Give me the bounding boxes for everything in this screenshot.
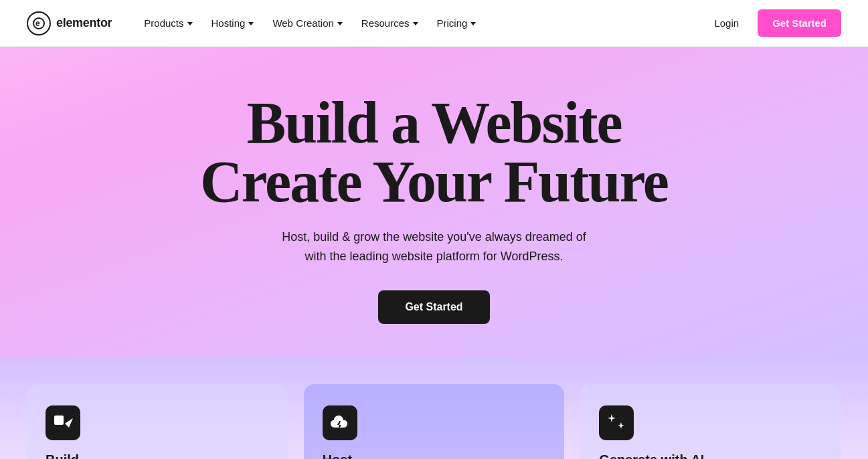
- chevron-down-icon: [413, 22, 418, 25]
- nav-right: Login Get Started: [703, 9, 841, 37]
- cards-section: Build Bring your vision to life with the…: [0, 357, 868, 459]
- nav-resources-label: Resources: [361, 17, 410, 29]
- nav-products-label: Products: [144, 17, 183, 29]
- svg-rect-2: [54, 416, 64, 425]
- chevron-down-icon: [248, 22, 254, 25]
- chevron-down-icon: [337, 22, 343, 25]
- hero-section: Build a Website Create Your Future Host,…: [0, 47, 868, 357]
- nav-webcreation-label: Web Creation: [272, 17, 333, 29]
- chevron-down-icon: [470, 22, 476, 25]
- nav-item-resources[interactable]: Resources: [353, 12, 426, 34]
- logo-link[interactable]: e elementor: [27, 11, 112, 35]
- hero-subtitle-line1: Host, build & grow the website you've al…: [282, 230, 586, 244]
- navigation: e elementor Products Hosting Web Creatio…: [0, 0, 868, 47]
- ai-card-title: Generate with AI: [599, 452, 822, 459]
- hero-title-line1: Build a Website: [246, 90, 621, 155]
- nav-get-started-button[interactable]: Get Started: [758, 9, 841, 37]
- hero-subtitle: Host, build & grow the website you've al…: [282, 227, 586, 266]
- nav-hosting-label: Hosting: [211, 17, 246, 29]
- build-card[interactable]: Build Bring your vision to life with the…: [27, 384, 288, 459]
- build-card-title: Build: [46, 452, 269, 459]
- ai-card[interactable]: Generate with AI Supercharge your sites …: [580, 384, 841, 459]
- hero-get-started-button[interactable]: Get Started: [378, 290, 489, 324]
- host-card[interactable]: Host Grow with lightning-fast, scalable …: [304, 384, 565, 459]
- host-card-title: Host: [323, 452, 546, 459]
- nav-item-hosting[interactable]: Hosting: [203, 12, 262, 34]
- nav-item-products[interactable]: Products: [136, 12, 200, 34]
- build-icon: [46, 405, 80, 440]
- hero-subtitle-line2: with the leading website platform for Wo…: [305, 250, 563, 263]
- hero-title-line2: Create Your Future: [200, 149, 668, 214]
- host-icon: [323, 405, 357, 440]
- login-button[interactable]: Login: [703, 12, 750, 34]
- logo-text: elementor: [56, 16, 112, 30]
- nav-item-pricing[interactable]: Pricing: [429, 12, 485, 34]
- nav-pricing-label: Pricing: [437, 17, 468, 29]
- svg-marker-3: [65, 418, 73, 428]
- nav-item-web-creation[interactable]: Web Creation: [264, 12, 350, 34]
- cards-container: Build Bring your vision to life with the…: [27, 384, 841, 459]
- logo-icon: e: [27, 11, 51, 35]
- ai-icon: [599, 405, 634, 440]
- svg-text:e: e: [35, 19, 40, 28]
- nav-links: Products Hosting Web Creation Resources …: [136, 12, 703, 34]
- chevron-down-icon: [187, 22, 193, 25]
- hero-title: Build a Website Create Your Future: [200, 94, 668, 211]
